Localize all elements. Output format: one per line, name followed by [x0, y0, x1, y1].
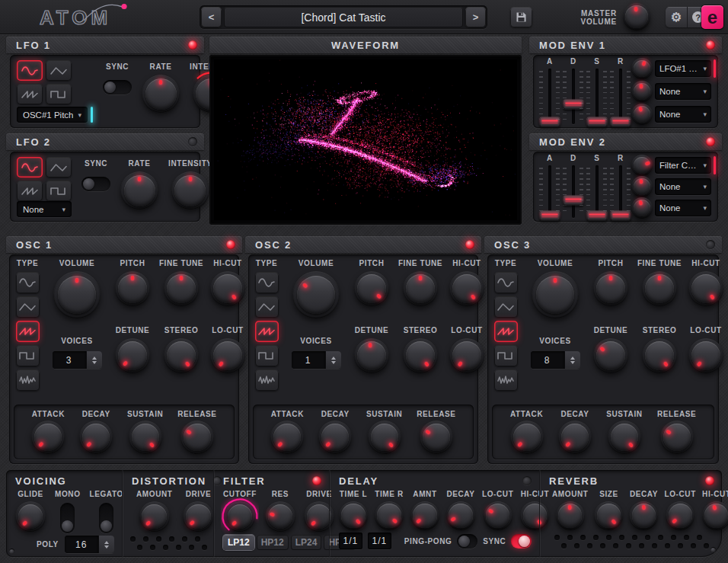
wave-noise-button[interactable]	[255, 369, 279, 391]
slider-handle[interactable]	[586, 117, 607, 126]
status-led[interactable]	[188, 40, 197, 50]
slider-track[interactable]	[610, 67, 631, 126]
legato-toggle[interactable]	[99, 503, 113, 533]
slider-handle[interactable]	[539, 210, 560, 220]
wave-noise-button[interactable]	[494, 369, 518, 391]
wave-triangle-button[interactable]	[494, 296, 518, 318]
mod-amount-knob[interactable]	[631, 58, 653, 79]
wave-saw-button[interactable]	[494, 321, 518, 342]
hi-cut-knob[interactable]	[449, 271, 484, 306]
wave-triangle-button[interactable]	[46, 157, 72, 178]
sustain-knob[interactable]	[368, 421, 401, 454]
release-knob[interactable]	[660, 421, 694, 454]
mod-target-dropdown[interactable]: LFO#1 Intensity▾	[655, 60, 711, 77]
wave-triangle-button[interactable]	[46, 60, 72, 81]
volume-knob[interactable]	[53, 271, 101, 318]
pitch-knob[interactable]	[593, 271, 628, 306]
amount-knob[interactable]	[139, 501, 170, 532]
settings-button[interactable]: ⚙	[666, 7, 687, 27]
size-knob[interactable]	[594, 501, 623, 530]
volume-knob[interactable]	[532, 271, 579, 318]
status-led[interactable]	[188, 137, 197, 146]
lo-cut-knob[interactable]	[484, 501, 512, 530]
preset-next-button[interactable]: >	[465, 7, 486, 27]
wave-sine-button[interactable]	[494, 272, 518, 293]
preset-name-field[interactable]: [Chord] Cat Tastic	[224, 7, 463, 27]
voices-stepper[interactable]: 8	[531, 351, 580, 369]
time-r-knob[interactable]	[375, 501, 404, 530]
voices-stepper[interactable]: 3	[53, 351, 102, 369]
mod-target-dropdown[interactable]: None▾	[655, 178, 711, 195]
wave-square-button[interactable]	[16, 345, 40, 366]
mod-amount-knob[interactable]	[631, 104, 653, 125]
stereo-knob[interactable]	[403, 338, 438, 373]
hi-cut-knob[interactable]	[688, 271, 723, 306]
decay-knob[interactable]	[79, 421, 113, 454]
pitch-knob[interactable]	[115, 271, 150, 306]
slider-handle[interactable]	[539, 117, 560, 126]
mod-target-dropdown[interactable]: None▾	[655, 83, 711, 100]
attack-knob[interactable]	[270, 421, 304, 454]
status-led[interactable]	[522, 476, 532, 485]
fine-tune-knob[interactable]	[642, 271, 677, 306]
sustain-knob[interactable]	[129, 421, 162, 454]
decay-knob[interactable]	[318, 421, 352, 454]
slider-track[interactable]	[610, 164, 631, 219]
slider-handle[interactable]	[563, 196, 583, 206]
sustain-knob[interactable]	[608, 421, 641, 454]
status-led[interactable]	[706, 240, 715, 249]
stereo-knob[interactable]	[164, 338, 199, 373]
save-button[interactable]	[510, 7, 532, 27]
attack-knob[interactable]	[31, 421, 65, 454]
wave-sine-button[interactable]	[17, 60, 43, 81]
hi-cut-knob[interactable]	[210, 271, 245, 306]
mod-amount-knob[interactable]	[631, 155, 653, 176]
stepper-arrows[interactable]	[564, 351, 580, 369]
glide-knob[interactable]	[15, 501, 46, 532]
mod-target-dropdown[interactable]: None▾	[655, 106, 711, 123]
slider-handle[interactable]	[563, 100, 583, 110]
detune-knob[interactable]	[593, 338, 628, 373]
slider-handle[interactable]	[610, 210, 631, 220]
status-led[interactable]	[312, 476, 321, 485]
pingpong-toggle[interactable]	[457, 534, 477, 549]
slider-track[interactable]	[539, 67, 560, 126]
filter-mode-lp24-button[interactable]: LP24	[291, 535, 322, 550]
detune-knob[interactable]	[354, 338, 389, 373]
slider-track[interactable]	[586, 67, 607, 126]
wave-sine-button[interactable]	[16, 272, 40, 293]
hi-cut-knob[interactable]	[702, 501, 728, 530]
rate-knob[interactable]	[142, 75, 180, 113]
fine-tune-knob[interactable]	[403, 271, 438, 306]
wave-triangle-button[interactable]	[16, 296, 40, 318]
mod-target-dropdown[interactable]: None▾	[655, 200, 711, 216]
detune-knob[interactable]	[115, 338, 150, 373]
mod-amount-knob[interactable]	[631, 197, 653, 219]
lfo-target-dropdown[interactable]: None▾	[17, 201, 72, 217]
wave-saw-button[interactable]	[17, 181, 43, 201]
decay-knob[interactable]	[558, 421, 592, 454]
wave-saw-button[interactable]	[16, 321, 40, 342]
pitch-knob[interactable]	[354, 271, 389, 306]
wave-square-button[interactable]	[46, 84, 72, 104]
sync-toggle[interactable]	[103, 80, 132, 94]
time-l-knob[interactable]	[339, 501, 368, 530]
decay-knob[interactable]	[629, 501, 658, 530]
filter-mode-lp12-button[interactable]: LP12	[223, 535, 254, 550]
drive-knob[interactable]	[183, 501, 213, 532]
release-knob[interactable]	[420, 421, 453, 454]
delay-time-l-value[interactable]: 1/1	[339, 533, 362, 549]
status-led[interactable]	[465, 240, 474, 249]
fine-tune-knob[interactable]	[164, 271, 199, 306]
slider-track[interactable]	[563, 164, 583, 219]
voices-stepper[interactable]: 1	[292, 351, 341, 369]
wave-sine-button[interactable]	[17, 157, 43, 178]
status-led[interactable]	[706, 137, 715, 146]
slider-handle[interactable]	[610, 117, 631, 126]
stepper-arrows[interactable]	[98, 536, 114, 553]
delay-time-r-value[interactable]: 1/1	[368, 533, 391, 549]
filter-mode-hp12-button[interactable]: HP12	[257, 535, 289, 550]
wave-saw-button[interactable]	[255, 321, 279, 342]
stepper-arrows[interactable]	[325, 351, 341, 369]
lo-cut-knob[interactable]	[666, 501, 694, 530]
